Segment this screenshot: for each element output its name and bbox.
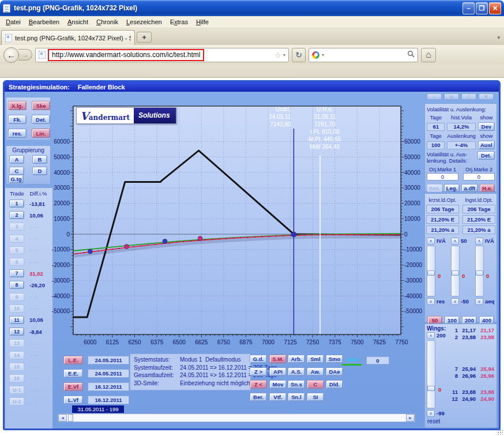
button-api[interactable]: API [269,367,287,376]
counter-field[interactable]: 0 [366,356,389,364]
vola-days-field[interactable]: 61 [427,123,445,131]
button-fk[interactable]: Fk. [8,115,27,124]
trade-button-12[interactable]: 12 [9,328,24,336]
scroll-right-icon[interactable]: ► [406,414,415,422]
group-button-b[interactable]: B [32,155,47,164]
back-button[interactable]: ← [3,47,19,63]
he-button[interactable]: H.e. [480,184,495,192]
orj-marke2-input[interactable]: 0 [463,173,495,181]
group-button-d[interactable]: D [32,167,47,175]
hist-vola-field[interactable]: 14,2% [447,123,475,131]
menu-lesezeichen[interactable]: Lesezeichen [122,17,166,27]
button-ber[interactable]: Ber. [250,393,267,401]
reload-button[interactable]: ↻ [292,48,306,62]
button-si[interactable]: SI [307,393,324,401]
slider-track[interactable] [475,246,484,296]
slider-down-icon[interactable]: ∨ [475,298,483,305]
evf-date-field[interactable]: 16.12.2011 [88,382,129,391]
le-button[interactable]: L.E. [63,356,83,364]
browser-tab[interactable]: test.png (PNG-Grafik, 1024x732 Pixel) - … [1,30,135,45]
slider-up-icon[interactable]: ∧ [451,238,459,245]
button-dld[interactable]: Dld. [326,380,343,389]
search-magnifier-icon[interactable] [407,50,415,60]
leg-button[interactable]: Leg. [444,184,460,192]
button-z[interactable]: Z < [250,380,267,389]
button-mov[interactable]: Mov [269,380,287,389]
longest-vola-a-field[interactable]: 21,20% a [462,225,495,234]
auslenkung-field[interactable]: +-4% [447,141,475,149]
slider-up-icon[interactable]: ∧ [427,238,435,245]
slider-down-icon[interactable]: ∨ [451,298,459,305]
shortest-vola-e-field[interactable]: 21,20% E [426,215,459,224]
range-button-50[interactable]: 50 [427,316,442,324]
button-vtf[interactable]: Vtf. [269,393,287,401]
shortest-vola-a-field[interactable]: 21,20% a [426,225,459,234]
resize-grip[interactable] [497,429,503,435]
group-button-c[interactable]: C [9,167,24,175]
slider-track[interactable] [427,246,435,296]
scroll-left-icon[interactable]: ◄ [58,414,67,422]
evf-button[interactable]: E.Vf [63,382,83,391]
shortest-days-field[interactable]: 206 Tage [426,205,459,213]
button-ske[interactable]: Ske [32,101,50,110]
adft-button[interactable]: a.dft [461,184,478,192]
gtg-button[interactable]: G.tg [9,175,24,183]
bookmark-dropdown-icon[interactable]: ▾ [283,52,285,58]
trade-button-7[interactable]: 7 [9,269,24,277]
slider-up-icon[interactable]: ∧ [475,238,483,245]
button-smo[interactable]: Smo [326,355,343,363]
range-button-100[interactable]: 100 [445,316,460,324]
button-z[interactable]: Z > [250,367,267,376]
ausl-button[interactable]: Ausl [478,141,495,149]
range-button-400[interactable]: 400 [479,316,494,324]
maximize-button[interactable]: ❐ [476,2,488,14]
button-a-s[interactable]: A.S. [288,367,305,376]
trade-button-2[interactable]: 2 [9,211,24,219]
wings-up-icon[interactable]: ∧ [427,332,435,339]
mini-restore-icon[interactable]: ▭ [444,93,459,100]
longest-vola-e-field[interactable]: 21,20% E [462,215,495,224]
mini-close-icon[interactable]: ✕ [479,93,494,100]
button-x-lg[interactable]: X.lg. [8,101,27,110]
button-s-m[interactable]: S.M. [269,355,287,363]
lvf-button[interactable]: L.Vf [63,396,83,404]
menu-ansicht[interactable]: Ansicht [63,17,92,27]
slider-thumb[interactable] [452,270,459,276]
details-button[interactable]: Det. [477,151,495,160]
button-dae[interactable]: DAe [326,367,343,376]
swap-arrows-icon[interactable]: ⇐⇒ [342,355,362,366]
dev-button[interactable]: Dev [478,122,495,131]
range-button-200[interactable]: 200 [462,316,477,324]
forward-button[interactable]: → [18,49,32,61]
slider-down-icon[interactable]: ∨ [427,298,435,305]
home-button[interactable]: ⌂ [421,48,436,62]
ee-button[interactable]: E.E. [63,369,83,378]
orj-marke1-input[interactable]: 0 [427,173,458,181]
trade-button-1[interactable]: 1 [9,200,24,208]
menu-hilfe[interactable]: Hilfe [192,17,213,27]
button-res[interactable]: res. [8,129,27,138]
slider-thumb[interactable] [427,270,435,276]
slider-track[interactable] [451,246,460,296]
trade-button-8[interactable]: 8 [9,281,24,289]
button-det[interactable]: Det. [32,115,50,124]
button-arb[interactable]: Arb. [288,355,305,363]
ausl-days-field[interactable]: 100 [427,141,445,149]
url-bar[interactable]: http://www.vandermart-solutions.com/ic/t… [35,48,289,62]
menu-chronik[interactable]: Chronik [92,17,122,27]
timeline-scrollbar[interactable]: ◄ ► [58,414,415,422]
search-engine-dropdown-icon[interactable]: ▾ [322,52,324,58]
lvf-date-field[interactable]: 16.12.2011 [88,396,129,404]
menu-bearbeiten[interactable]: Bearbeiten [25,17,63,27]
slider-thumb[interactable] [476,270,483,276]
button-lin[interactable]: Lin. [32,129,50,138]
ee-date-field[interactable]: 24.05.2011 [88,369,129,378]
longest-days-field[interactable]: 206 Tage [462,205,495,213]
button-sml[interactable]: Sml [307,355,324,363]
trade-button-11[interactable]: 11 [9,316,24,324]
le-date-field[interactable]: 24.05.2011 [88,356,129,364]
tab-list-dropdown-icon[interactable]: ▾ [497,35,500,40]
search-box[interactable]: ▾ [309,48,418,62]
mini-maximize-icon[interactable]: □ [461,93,476,100]
mini-minimize-icon[interactable]: – [427,93,442,100]
